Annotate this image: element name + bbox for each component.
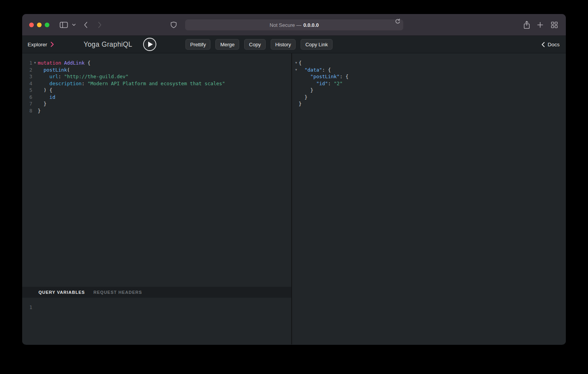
sidebar-icon — [60, 21, 68, 28]
fold-arrow-icon[interactable]: ▾ — [294, 60, 299, 67]
code-line: 8} — [22, 107, 291, 114]
chevron-left-icon — [84, 21, 88, 28]
code-line: 5 ) { — [22, 87, 291, 94]
minimize-window-button[interactable] — [37, 23, 42, 27]
merge-button[interactable]: Merge — [215, 39, 239, 50]
response-viewer[interactable]: ▾{▾ "data": { "postLink": { "id": "2" } … — [292, 53, 566, 344]
variables-editor[interactable]: 1 — [22, 298, 291, 344]
code-line: "postLink": { — [292, 73, 566, 80]
query-pane: 1▾mutation AddLink {2 postLink(3 url: "h… — [22, 53, 291, 344]
code-text: } — [299, 94, 308, 101]
chevron-left-icon — [541, 42, 545, 47]
fold-spacer — [32, 80, 38, 87]
chevron-down-icon — [72, 23, 76, 26]
line-number: 1 — [22, 60, 32, 67]
code-line: 1▾mutation AddLink { — [22, 60, 291, 67]
chevron-right-icon — [51, 42, 54, 47]
security-label: Not Secure — — [270, 22, 301, 28]
share-button[interactable] — [523, 21, 530, 29]
copy-link-button[interactable]: Copy Link — [301, 39, 332, 50]
sidebar-menu-chevron[interactable] — [72, 23, 76, 26]
prettify-button[interactable]: Prettify — [186, 39, 210, 50]
toolbar-button-group: Prettify Merge Copy History Copy Link — [186, 39, 332, 50]
zoom-window-button[interactable] — [45, 23, 49, 27]
reload-button[interactable] — [395, 18, 401, 25]
code-text: } — [299, 87, 313, 94]
fold-spacer — [32, 304, 38, 311]
fold-arrow-icon[interactable]: ▾ — [294, 67, 299, 74]
fold-spacer — [32, 100, 38, 107]
line-number: 1 — [22, 304, 32, 311]
tab-request-headers[interactable]: REQUEST HEADERS — [93, 290, 142, 295]
copy-button[interactable]: Copy — [244, 39, 265, 50]
explorer-toggle-button[interactable]: Explorer — [28, 36, 54, 53]
fold-arrow-icon[interactable]: ▾ — [32, 60, 38, 67]
code-text: id — [38, 94, 55, 101]
explorer-label: Explorer — [28, 42, 47, 47]
docs-label: Docs — [548, 42, 560, 47]
play-icon — [143, 37, 157, 51]
url-text: 0.0.0.0 — [303, 22, 319, 28]
fold-spacer — [32, 87, 38, 94]
line-number: 7 — [22, 100, 32, 107]
code-text: mutation AddLink { — [38, 60, 91, 67]
traffic-lights — [29, 23, 49, 27]
reload-icon — [395, 18, 401, 25]
query-editor[interactable]: 1▾mutation AddLink {2 postLink(3 url: "h… — [22, 53, 291, 287]
back-button[interactable] — [84, 21, 88, 28]
line-number: 5 — [22, 87, 32, 94]
forward-button[interactable] — [98, 21, 102, 28]
browser-window: Not Secure — 0.0.0.0 — [22, 14, 566, 345]
code-line: } — [292, 94, 566, 101]
code-text: "data": { — [299, 67, 331, 74]
code-line: 4 description: "Modern API Platform and … — [22, 80, 291, 87]
response-pane: ▾{▾ "data": { "postLink": { "id": "2" } … — [291, 53, 566, 344]
code-line: 7 } — [22, 100, 291, 107]
tab-grid-icon — [551, 21, 558, 28]
share-icon — [523, 21, 530, 29]
fold-spacer — [294, 94, 299, 101]
new-tab-button[interactable] — [537, 22, 543, 28]
plus-icon — [537, 22, 543, 28]
app-title: Yoga GraphiQL — [84, 40, 132, 49]
code-line: ▾{ — [292, 60, 566, 67]
fold-spacer — [32, 94, 38, 101]
tab-overview-button[interactable] — [551, 21, 558, 28]
code-text: { — [299, 60, 302, 67]
code-line: 6 id — [22, 94, 291, 101]
line-number: 4 — [22, 80, 32, 87]
fold-spacer — [294, 100, 299, 107]
address-bar[interactable]: Not Secure — 0.0.0.0 — [185, 19, 403, 30]
code-text: "postLink": { — [299, 73, 348, 80]
line-number: 2 — [22, 67, 32, 74]
code-line: "id": "2" — [292, 80, 566, 87]
line-number: 6 — [22, 94, 32, 101]
graphiql-toolbar: Explorer Yoga GraphiQL Prettify Merge Co… — [22, 36, 566, 53]
variables-tab-bar: QUERY VARIABLES REQUEST HEADERS — [22, 287, 291, 298]
privacy-report-button[interactable] — [170, 21, 177, 28]
execute-query-button[interactable] — [143, 37, 157, 51]
line-number: 8 — [22, 107, 32, 114]
editor-panes: 1▾mutation AddLink {2 postLink(3 url: "h… — [22, 53, 566, 344]
tab-query-variables[interactable]: QUERY VARIABLES — [38, 290, 85, 295]
code-line: 2 postLink( — [22, 67, 291, 74]
line-number: 3 — [22, 73, 32, 80]
shield-icon — [170, 21, 177, 28]
code-text: ) { — [38, 87, 52, 94]
history-button[interactable]: History — [271, 39, 296, 50]
code-line: 3 url: "http://the-guild.dev" — [22, 73, 291, 80]
code-text: } — [38, 100, 47, 107]
docs-button[interactable]: Docs — [541, 42, 560, 47]
fold-spacer — [32, 107, 38, 114]
code-line: } — [292, 87, 566, 94]
code-line: } — [292, 100, 566, 107]
code-text: postLink( — [38, 67, 70, 74]
sidebar-toggle-button[interactable] — [60, 21, 68, 28]
chevron-right-icon — [98, 21, 102, 28]
browser-toolbar: Not Secure — 0.0.0.0 — [22, 14, 566, 36]
fold-spacer — [32, 67, 38, 74]
fold-spacer — [294, 87, 299, 94]
code-text: "id": "2" — [299, 80, 343, 87]
code-text: } — [299, 100, 302, 107]
close-window-button[interactable] — [29, 23, 34, 27]
